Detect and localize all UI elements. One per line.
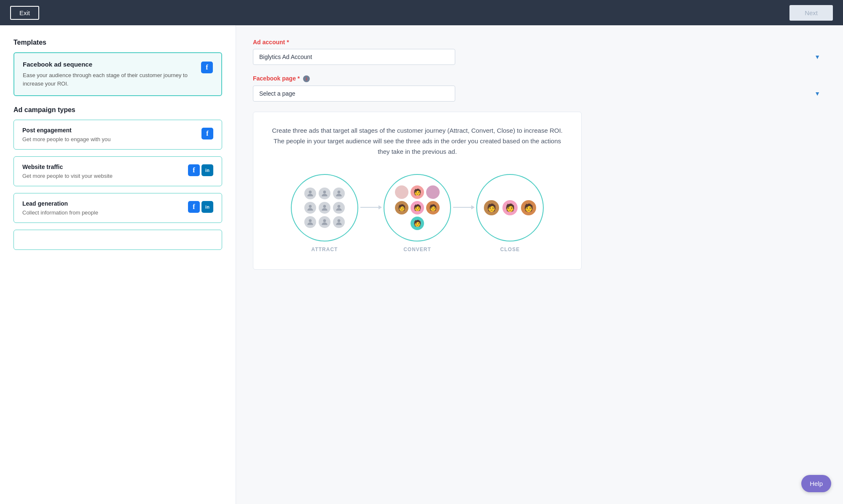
svg-point-5 [338,205,341,208]
facebook-page-dropdown-icon: ▼ [814,90,820,97]
description-box: Create three ads that target all stages … [253,112,582,269]
avatar [319,188,330,199]
template-card-title: Facebook ad sequence [23,61,194,68]
facebook-icon: f [188,164,200,176]
close-label: CLOSE [500,247,520,252]
templates-title: Templates [13,39,222,46]
website-traffic-card[interactable]: Website traffic Get more people to visit… [13,156,222,186]
convert-circle: 🧑 🧑 🧑 🧑 🧑 [384,174,451,241]
attract-label: ATTRACT [311,247,338,252]
avatar [304,216,316,228]
facebook-ad-sequence-card[interactable]: Facebook ad sequence Ease your audience … [13,52,222,96]
facebook-page-select-wrapper: Select a page ▼ [253,86,826,102]
svg-point-2 [338,190,341,193]
help-button[interactable]: Help [801,475,831,492]
svg-point-7 [323,219,326,222]
svg-point-3 [309,205,312,208]
website-traffic-icons: f in [188,164,213,176]
avatar: 🧑 [411,185,424,199]
attract-stage: ATTRACT [291,174,358,252]
lead-generation-icons: f in [188,201,213,213]
avatar [319,216,330,228]
avatar: 🧑 [395,201,408,214]
avatar: 🧑 [426,201,440,214]
avatar [333,188,345,199]
main-layout: Templates Facebook ad sequence Ease your… [0,25,843,504]
template-card-desc: Ease your audience through each stage of… [23,71,194,88]
convert-label: CONVERT [403,247,431,252]
close-avatars: 🧑 🧑 🧑 [484,200,536,215]
svg-point-4 [323,205,326,208]
facebook-icon: f [201,62,213,73]
avatar [426,185,440,199]
facebook-icon: f [188,201,200,213]
avatar-empty [395,217,408,230]
attract-to-convert-arrow [358,207,384,208]
right-panel: Ad account * Biglytics Ad Account ▼ Face… [236,25,843,504]
avatar [395,185,408,199]
customer-journey-diagram: ATTRACT 🧑 🧑 [270,174,564,252]
ad-account-select[interactable]: Biglytics Ad Account [253,49,455,65]
avatar: 🧑 [411,201,424,214]
linkedin-icon: in [201,201,213,213]
lead-generation-card[interactable]: Lead generation Collect information from… [13,193,222,223]
avatar: 🧑 [484,200,499,215]
top-nav: Exit Next [0,0,843,25]
ad-account-label: Ad account * [253,39,826,46]
avatar [333,216,345,228]
facebook-page-label: Facebook page * i [253,75,826,82]
close-stage: 🧑 🧑 🧑 CLOSE [476,174,544,252]
website-traffic-title: Website traffic [22,164,183,170]
avatar: 🧑 [521,200,536,215]
website-traffic-desc: Get more people to visit your website [22,173,183,179]
campaign-types-title: Ad campaign types [13,106,222,114]
attract-avatars [301,184,348,231]
partial-campaign-card[interactable] [13,230,222,250]
lead-generation-content: Lead generation Collect information from… [22,200,183,216]
convert-avatars: 🧑 🧑 🧑 🧑 🧑 [395,185,440,230]
arrow-line [453,207,474,208]
post-engagement-desc: Get more people to engage with you [22,136,196,142]
description-text: Create three ads that target all stages … [270,126,564,157]
post-engagement-card[interactable]: Post engagement Get more people to engag… [13,120,222,150]
info-icon: i [303,75,310,82]
convert-to-close-arrow [451,207,476,208]
svg-point-1 [323,190,326,193]
avatar [333,202,345,214]
avatar [319,202,330,214]
avatar: 🧑 [502,200,518,215]
exit-button[interactable]: Exit [10,6,39,20]
arrow-line [360,207,381,208]
ad-account-select-wrapper: Biglytics Ad Account ▼ [253,49,826,65]
svg-point-8 [338,219,341,222]
avatar-empty [426,217,440,230]
facebook-page-select[interactable]: Select a page [253,86,455,102]
avatar [304,202,316,214]
svg-point-0 [309,190,312,193]
post-engagement-icons: f [201,128,213,139]
svg-point-6 [309,219,312,222]
next-button[interactable]: Next [789,5,833,21]
post-engagement-content: Post engagement Get more people to engag… [22,127,196,142]
attract-circle [291,174,358,241]
template-card-content: Facebook ad sequence Ease your audience … [23,61,194,88]
linkedin-icon: in [201,164,213,176]
lead-generation-desc: Collect information from people [22,209,183,216]
post-engagement-title: Post engagement [22,127,196,134]
close-circle: 🧑 🧑 🧑 [476,174,544,241]
website-traffic-content: Website traffic Get more people to visit… [22,164,183,179]
avatar [304,188,316,199]
left-panel: Templates Facebook ad sequence Ease your… [0,25,236,504]
ad-account-dropdown-icon: ▼ [814,54,820,60]
convert-stage: 🧑 🧑 🧑 🧑 🧑 CONVERT [384,174,451,252]
facebook-icon: f [201,128,213,139]
avatar: 🧑 [411,217,424,230]
lead-generation-title: Lead generation [22,200,183,207]
